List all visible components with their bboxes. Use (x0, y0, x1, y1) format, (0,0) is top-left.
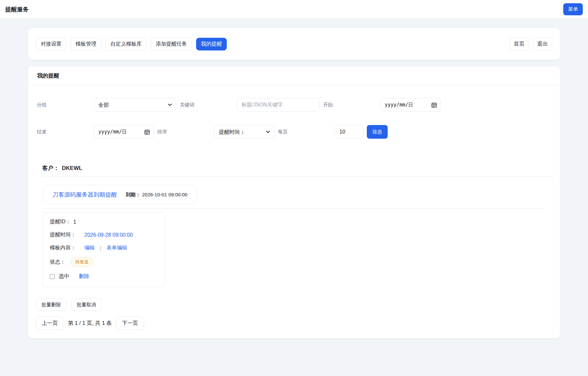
group-filter-label: 分组 (37, 102, 94, 108)
select-row: 选中 删除 (50, 273, 157, 280)
filter-form: 分组 全部 关键词 开始 yyyy/mm/日 (28, 85, 560, 139)
reminder-group-expiry: 到期：2026-10-01 09:00:00 (126, 192, 187, 198)
batch-actions: 批量删除 批量取消 (36, 299, 551, 311)
start-date-label: 开始 (323, 102, 380, 108)
home-button[interactable]: 首页 (509, 37, 529, 50)
status-badge: 待发送 (71, 258, 93, 267)
keyword-filter: 关键词 (180, 98, 320, 112)
batch-delete-button[interactable]: 批量删除 (36, 299, 66, 311)
edit-link[interactable]: 编辑 (84, 244, 95, 251)
pagination-info: 第 1 / 1 页, 共 1 条 (68, 320, 112, 327)
customer-name: DKEWL (62, 165, 82, 172)
page-body: 对接设置 模板管理 自定义模板库 添加提醒任务 我的提醒 首页 退出 我的提醒 … (0, 19, 588, 339)
reminder-item-card: 提醒ID： 1 提醒时间： 2026-09-28 09:00:00 模板内容： … (42, 213, 165, 287)
reminder-time-row: 提醒时间： 2026-09-28 09:00:00 (50, 231, 157, 238)
sort-select-control[interactable]: 提醒时间 ↓ (214, 125, 274, 139)
reminder-time-link[interactable]: 2026-09-28 09:00:00 (84, 232, 133, 238)
template-content-row: 模板内容： 编辑 | 表单编辑 (50, 244, 157, 251)
keyword-input[interactable] (237, 98, 320, 112)
start-date-filter: 开始 yyyy/mm/日 (323, 98, 441, 112)
next-page-button[interactable]: 下一页 (116, 316, 144, 330)
app-title: 提醒服务 (5, 6, 29, 13)
end-date-value: yyyy/mm/日 (98, 129, 127, 135)
reminder-group-card: 刀客源码服务器到期提醒 到期：2026-10-01 09:00:00 (42, 185, 197, 204)
tab-add-reminder-task[interactable]: 添加提醒任务 (151, 38, 192, 50)
reminder-id-row: 提醒ID： 1 (50, 218, 157, 225)
batch-cancel-button[interactable]: 批量取消 (71, 299, 102, 311)
tab-custom-template-library[interactable]: 自定义模板库 (106, 38, 147, 50)
sort-filter-label: 排序 (157, 129, 214, 135)
filter-row-1: 分组 全部 关键词 开始 yyyy/mm/日 (37, 98, 551, 112)
tab-connection-settings[interactable]: 对接设置 (36, 38, 66, 50)
status-row: 状态： 待发送 (50, 258, 157, 267)
sort-filter: 排序 提醒时间 ↓ (157, 125, 274, 139)
topbar: 提醒服务 菜单 (0, 0, 588, 19)
calendar-icon[interactable] (144, 129, 150, 135)
expiry-value: 2026-10-01 09:00:00 (142, 192, 187, 197)
select-label: 选中 (59, 273, 69, 280)
panel-footer: 批量删除 批量取消 上一页 第 1 / 1 页, 共 1 条 下一页 (28, 287, 560, 330)
expiry-label: 到期： (126, 192, 140, 197)
per-page-filter: 每页 筛选 (278, 125, 388, 139)
logout-button[interactable]: 退出 (533, 37, 552, 50)
start-date-value: yyyy/mm/日 (385, 102, 413, 108)
prev-page-button[interactable]: 上一页 (36, 316, 64, 330)
template-content-label: 模板内容： (50, 244, 76, 251)
reminder-time-label: 提醒时间： (50, 231, 76, 238)
reminder-id-value: 1 (73, 219, 76, 225)
status-label: 状态： (50, 259, 65, 266)
sort-select: 提醒时间 ↓ (214, 125, 274, 139)
group-filter: 分组 全部 (37, 98, 176, 112)
customer-label: 客户： (42, 164, 59, 172)
filter-button[interactable]: 筛选 (367, 125, 388, 139)
nav-tabs: 对接设置 模板管理 自定义模板库 添加提醒任务 我的提醒 (36, 38, 227, 50)
filter-row-2: 结束 yyyy/mm/日 排序 提醒时间 ↓ (37, 125, 551, 139)
nav-toolbar: 对接设置 模板管理 自定义模板库 添加提醒任务 我的提醒 首页 退出 (28, 28, 560, 60)
menu-button[interactable]: 菜单 (563, 3, 583, 15)
reminder-id-label: 提醒ID： (50, 218, 71, 225)
per-page-input[interactable] (335, 125, 364, 139)
link-separator: | (100, 245, 101, 251)
end-date-filter: 结束 yyyy/mm/日 (37, 125, 154, 139)
customer-divider (42, 176, 552, 176)
keyword-filter-label: 关键词 (180, 102, 237, 108)
select-checkbox[interactable] (50, 274, 55, 279)
per-page-label: 每页 (278, 129, 335, 135)
dashed-divider (42, 208, 546, 209)
customer-heading: 客户： DKEWL (42, 164, 552, 172)
tab-my-reminders[interactable]: 我的提醒 (196, 38, 227, 50)
pagination: 上一页 第 1 / 1 页, 共 1 条 下一页 (36, 316, 551, 330)
group-select-control[interactable]: 全部 (94, 98, 176, 112)
my-reminders-panel: 我的提醒 分组 全部 关键词 开始 (28, 66, 560, 339)
reminder-list: 客户： DKEWL 刀客源码服务器到期提醒 到期：2026-10-01 09:0… (28, 139, 560, 287)
tab-template-management[interactable]: 模板管理 (71, 38, 101, 50)
start-date-input[interactable]: yyyy/mm/日 (380, 98, 441, 112)
reminder-group-title-link[interactable]: 刀客源码服务器到期提醒 (52, 191, 117, 199)
delete-link[interactable]: 删除 (79, 273, 89, 280)
end-date-label: 结束 (37, 129, 94, 135)
end-date-input[interactable]: yyyy/mm/日 (94, 125, 154, 139)
nav-right-actions: 首页 退出 (509, 37, 552, 50)
panel-title: 我的提醒 (28, 66, 560, 85)
group-select: 全部 (94, 98, 176, 112)
calendar-icon[interactable] (431, 102, 437, 108)
form-edit-link[interactable]: 表单编辑 (107, 244, 127, 251)
